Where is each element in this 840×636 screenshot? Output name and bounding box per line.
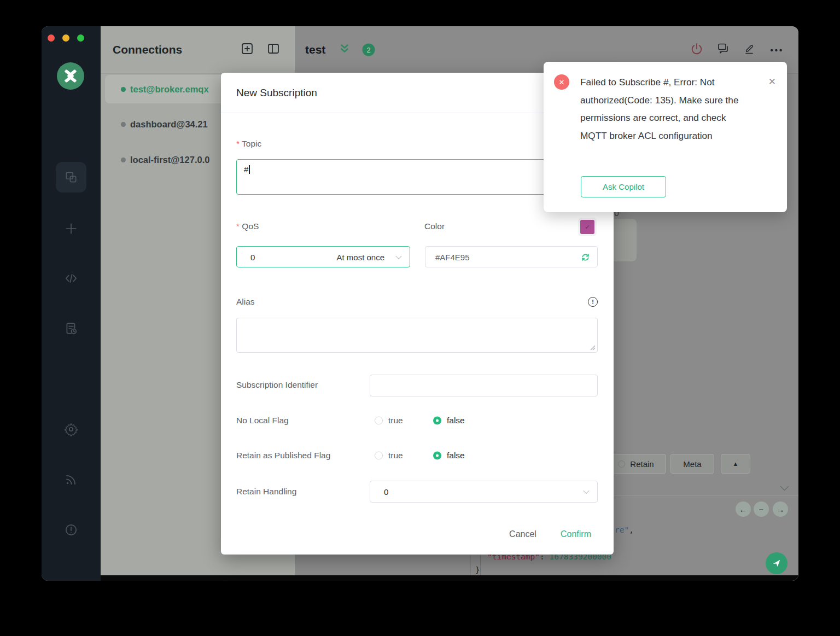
dialog-title: New Subscription — [236, 87, 317, 99]
new-connection-button[interactable] — [241, 42, 254, 57]
resize-handle-icon[interactable] — [590, 345, 596, 351]
mqttx-logo-icon — [62, 68, 79, 84]
plus-square-icon — [241, 42, 254, 55]
nav-connections-button[interactable] — [56, 162, 86, 192]
qos-label: QoS — [236, 221, 259, 231]
connection-label: local-first@127.0.0 — [130, 155, 209, 165]
color-swatch: ✓ — [580, 220, 594, 234]
chat-bubbles-icon — [716, 42, 730, 55]
ask-copilot-button[interactable]: Ask Copilot — [581, 176, 666, 197]
radio-label-true[interactable]: true — [388, 416, 403, 425]
rss-icon — [64, 472, 78, 487]
nav-new-connection-button[interactable] — [56, 213, 86, 244]
plus-icon — [64, 221, 78, 236]
more-options-button[interactable]: ••• — [771, 45, 784, 55]
connection-label: dashboard@34.21 — [130, 119, 208, 130]
collapse-panel-button[interactable] — [267, 42, 281, 57]
radio-label-true[interactable]: true — [388, 451, 403, 460]
connection-label: test@broker.emqx — [130, 84, 209, 95]
connections-header: Connections — [101, 26, 295, 74]
double-chevron-down-icon — [339, 43, 350, 54]
chevron-down-icon — [395, 253, 401, 259]
text-caret — [249, 165, 250, 174]
nav-log-button[interactable] — [56, 313, 86, 344]
layout-columns-icon — [267, 42, 281, 55]
connection-name: test — [305, 43, 325, 56]
code-icon — [64, 271, 78, 285]
retain-handling-label: Retain Handling — [236, 487, 296, 497]
disconnect-button[interactable] — [690, 42, 703, 57]
background-subscription-card — [614, 219, 637, 261]
close-toast-button[interactable]: ✕ — [768, 76, 776, 87]
connected-status-dot — [121, 87, 126, 92]
close-window-button[interactable] — [48, 34, 55, 42]
nav-about-button[interactable] — [56, 515, 86, 545]
confirm-button[interactable]: Confirm — [561, 529, 591, 539]
error-icon: ✕ — [554, 74, 569, 90]
refresh-color-icon[interactable] — [581, 253, 590, 262]
cancel-button[interactable]: Cancel — [509, 529, 536, 539]
scroll-to-bottom-button[interactable] — [339, 43, 350, 56]
content-area: Connections test@broker.emqx das — [101, 26, 798, 581]
alias-label: Alias — [236, 297, 255, 307]
retain-handling-select[interactable]: 0 — [370, 481, 598, 503]
retain-label: Retain — [630, 459, 654, 469]
no-local-false-radio[interactable] — [433, 417, 441, 425]
color-swatch-button[interactable]: ✓ — [578, 218, 597, 236]
left-rail — [42, 26, 101, 581]
alias-textarea[interactable] — [236, 318, 598, 353]
retain-published-true-radio[interactable] — [375, 452, 383, 460]
meta-label: Meta — [683, 459, 701, 469]
error-message: Failed to Subscribe #, Error: Not author… — [580, 73, 753, 144]
qos-select[interactable]: 0 At most once — [236, 246, 410, 267]
alias-info-icon[interactable]: ! — [588, 297, 598, 307]
retain-checkbox-icon — [618, 460, 625, 468]
topic-label: Topic — [236, 139, 261, 149]
nav-settings-button[interactable] — [56, 414, 86, 445]
subscription-count-badge: 2 — [363, 44, 375, 56]
collapse-editor-button[interactable]: ▲ — [721, 454, 750, 474]
triangle-up-icon: ▲ — [733, 460, 739, 467]
paper-plane-icon — [772, 558, 781, 568]
disconnected-status-dot — [121, 157, 126, 162]
send-message-button[interactable] — [766, 552, 788, 574]
gear-icon — [64, 422, 78, 436]
minimize-window-button[interactable] — [62, 34, 69, 42]
subscription-identifier-label: Subscription Identifier — [236, 380, 318, 390]
connections-title: Connections — [113, 43, 182, 56]
color-input[interactable]: #AF4E95 — [425, 246, 598, 267]
chevron-down-icon — [583, 488, 589, 494]
error-toast: ✕ Failed to Subscribe #, Error: Not auth… — [544, 62, 787, 212]
zoom-window-button[interactable] — [77, 34, 84, 42]
retain-published-false-radio[interactable] — [433, 452, 441, 460]
nav-updates-button[interactable] — [56, 464, 86, 495]
app-window: Connections test@broker.emqx das — [42, 26, 798, 581]
info-circle-icon — [64, 523, 78, 537]
subscription-identifier-input[interactable] — [370, 375, 598, 396]
power-icon — [690, 42, 703, 55]
mqttx-logo — [57, 62, 84, 90]
no-local-true-radio[interactable] — [375, 417, 383, 425]
disconnected-status-dot — [121, 122, 126, 127]
messages-button[interactable] — [716, 42, 730, 57]
radio-label-false[interactable]: false — [447, 416, 465, 425]
window-bottom-edge — [101, 575, 798, 581]
nav-script-button[interactable] — [56, 263, 86, 294]
edit-connection-button[interactable] — [743, 42, 756, 57]
document-clock-icon — [64, 322, 78, 336]
window-controls — [48, 34, 84, 42]
color-label: Color — [424, 221, 445, 231]
radio-label-false[interactable]: false — [447, 451, 465, 460]
connections-icon — [64, 170, 78, 184]
chevron-down-icon[interactable] — [780, 482, 789, 491]
pencil-icon — [743, 42, 756, 55]
meta-button[interactable]: Meta — [670, 454, 714, 474]
